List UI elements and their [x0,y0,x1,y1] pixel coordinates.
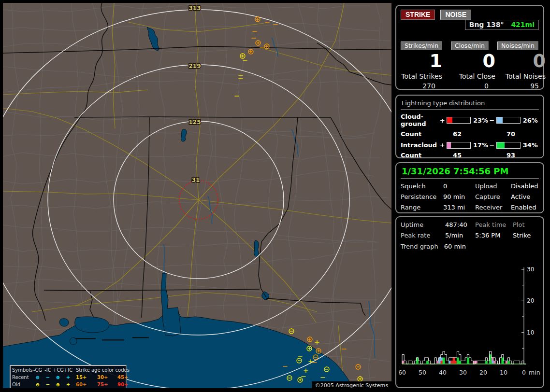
symbol-legend: Symbols -CG -IC +CG +IC Recent ⊖ − ⊕ + O… [12,366,73,388]
persistence-label: Persistence [401,193,443,200]
peak-time-label: Peak time [475,221,513,228]
receiver-label: Receiver [475,204,511,211]
cg-pos-recent-icon: ⊕ [53,374,63,381]
uptime-label: Uptime [401,221,445,228]
close-column: Close/min 0 Total Close 0 [451,41,497,90]
age-legend: Strike age color codes 15+ 30+ 45+ 60+ 7… [76,366,137,388]
y-tick-30: 30 [527,266,534,273]
upload-status: Disabled [511,182,539,190]
x-tick-60: 60 [399,369,406,376]
cg-neg-old-icon: ⊖ [32,381,43,388]
plot-mode-value: Strike [513,232,539,239]
peak-rate-value: 5/min [445,232,475,239]
capture-label: Capture [475,193,511,200]
age-45: 45+ [117,374,137,381]
barrier-island [132,337,149,338]
cg-pos-pct: 23% [472,117,489,124]
legend-col-cg-pos: +CG [53,366,63,374]
cg-neg-pct: 26% [522,117,539,124]
lake-pontchartrain [75,317,109,333]
x-tick-50: 50 [419,369,426,376]
minus-sign: − [489,141,494,149]
cloud-ground-counts: Count 62 70 [401,130,539,138]
map-legend: Symbols -CG -IC +CG +IC Recent ⊖ − ⊕ + O… [10,365,127,388]
trend-graph-canvas: 1020306050403020100min [399,265,540,383]
intracloud-row: Intracloud + 17% − 34% [401,141,539,149]
y-tick-20: 20 [527,297,534,304]
ic-count-label: Count [401,152,445,159]
distribution-title: Lightning type distribution [401,98,539,110]
ring-label-219: 219 [188,63,201,70]
nexstorm-window: { "header": { "strike_label": "STRIKE", … [0,0,550,392]
cg-neg-count: 70 [498,130,515,138]
cg-neg-recent-icon: ⊖ [32,374,43,381]
strike-mode-button[interactable]: STRIKE [401,10,435,20]
age-15: 15+ [76,374,97,381]
noises-column: Noises/min 0 Total Noises 95 [497,41,546,90]
lightning-distribution-panel: Lightning type distribution Cloud-ground… [395,95,544,158]
y-tick-10: 10 [527,329,534,336]
barrier-island [75,338,96,339]
total-strikes-label: Total Strikes [401,72,442,80]
ic-neg-recent-icon: − [43,374,53,381]
x-tick-30: 30 [459,369,467,376]
ic-pos-bar [447,142,471,149]
noises-per-min-value: 0 [497,51,546,70]
cg-pos-old-icon: ⊕ [53,381,63,388]
trend-graph-label: Trend graph [401,243,438,250]
squelch-value: 0 [443,182,475,190]
x-tick-20: 20 [479,369,487,376]
age-legend-title: Strike age color codes [76,366,137,374]
cloud-ground-row: Cloud-ground + 23% − 26% [401,113,539,127]
trend-window-value: 60 min [444,243,466,250]
age-60: 60+ [76,381,97,388]
ic-neg-count: 93 [498,152,515,159]
minus-sign: − [489,117,494,124]
ic-neg-old-icon: − [43,381,53,388]
legend-col-ic-neg: -IC [43,366,53,374]
intracloud-label: Intracloud [401,141,440,149]
total-noises-value: 95 [497,82,546,90]
ic-neg-bar [496,142,521,149]
persistence-value: 90 min [443,193,475,200]
x-tick-10: 10 [500,369,507,376]
plus-sign: + [440,141,445,149]
cg-count-label: Count [401,130,445,138]
status-panel: 1/31/2026 7:54:56 PM Squelch 0 Upload Di… [395,162,544,213]
barrier-island [102,339,124,341]
rate-counters: Strikes/min 1 Total Strikes 270 Close/mi… [401,41,539,90]
peak-rate-label: Peak rate [401,232,445,239]
x-tick-40: 40 [439,369,447,376]
bearing-value: Bng 138° [469,21,504,28]
ic-pos-recent-icon: + [63,374,73,381]
range-value: 313 mi [443,204,475,211]
legend-col-ic-pos: +IC [63,366,73,374]
total-strikes-value: 270 [401,82,442,90]
age-75: 75+ [97,381,117,388]
legend-old-label: Old [12,381,32,388]
intracloud-counts: Count 45 93 [401,152,539,159]
close-per-min-chip: Close/min [451,42,489,50]
noise-mode-button[interactable]: NOISE [440,10,471,20]
age-90: 90+ [117,381,137,388]
trend-graph: 1020306050403020100min [399,265,540,385]
cg-pos-bar [447,117,471,124]
plot-label: Plot [513,221,539,228]
map-canvas[interactable]: 31321912531 [3,3,391,388]
trend-y-axis [521,267,524,364]
ic-pos-old-icon: + [63,381,73,388]
bearing-readout: Bng 138° 421mi [465,20,539,30]
ic-neg-pct: 34% [522,141,539,149]
cg-neg-bar [496,117,521,124]
copyright-notice: ©2005 Astrogenic Systems [312,381,391,388]
total-close-value: 0 [451,82,495,90]
strike-counter-panel: STRIKE NOISE Bng 138° 421mi Strikes/min … [395,5,544,90]
legend-symbols-label: Symbols [12,366,32,374]
total-noises-label: Total Noises [497,72,546,80]
age-30: 30+ [97,374,117,381]
session-grid: Uptime 487:40 Peak time Plot Peak rate 5… [401,221,539,239]
uptime-value: 487:40 [445,221,475,228]
datetime-display: 1/31/2026 7:54:56 PM [401,166,539,179]
radar-map[interactable]: 31321912531 Symbols -CG -IC +CG +IC Rece… [3,3,391,388]
noises-per-min-chip: Noises/min [497,42,538,50]
